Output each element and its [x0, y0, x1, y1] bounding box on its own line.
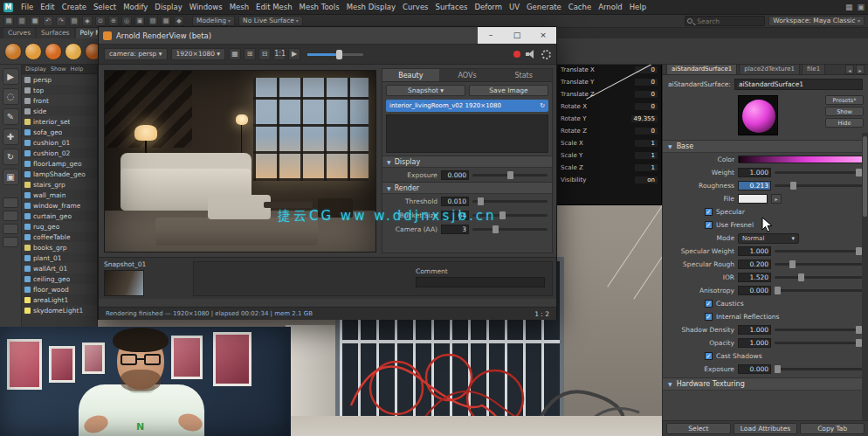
renderview-tab-stats[interactable]: Stats: [495, 69, 552, 81]
menu-item-mesh-display[interactable]: Mesh Display: [343, 3, 399, 11]
menu-item-display[interactable]: Display: [151, 3, 185, 11]
slider-knob[interactable]: [856, 339, 862, 347]
gear-icon[interactable]: [541, 50, 551, 59]
map-button[interactable]: ▸: [771, 194, 782, 204]
setting-value-field[interactable]: 0.010: [441, 197, 469, 206]
move-tool[interactable]: ✚: [3, 128, 19, 145]
channel-value[interactable]: on: [635, 176, 658, 183]
checkbox-specular[interactable]: ✓: [705, 208, 713, 216]
hide-ui-icon[interactable]: ▣: [857, 3, 865, 11]
menu-item-edit[interactable]: Edit: [37, 3, 58, 11]
ae-section-base[interactable]: ▼Base: [663, 140, 868, 153]
menu-item-uv[interactable]: UV: [506, 3, 523, 11]
attr-value-field[interactable]: 1.000: [738, 168, 771, 177]
attr-slider[interactable]: [775, 276, 863, 279]
comment-input[interactable]: [416, 277, 545, 287]
shelf-tab-curves[interactable]: Curves: [3, 28, 35, 38]
menu-item-windows[interactable]: Windows: [186, 3, 226, 11]
outliner-item-sofa-geo[interactable]: sofa_geo: [22, 127, 97, 137]
maximize-button[interactable]: □: [504, 27, 530, 44]
smooth-brush-icon[interactable]: [24, 43, 42, 60]
menu-item-select[interactable]: Select: [90, 3, 120, 11]
outliner-menu-help[interactable]: Help: [71, 65, 84, 73]
outliner-item-wall-main[interactable]: wall_main: [22, 190, 97, 200]
attr-slider[interactable]: [775, 250, 863, 253]
slider-knob[interactable]: [856, 247, 862, 255]
attr-slider[interactable]: [775, 329, 863, 331]
slider-knob[interactable]: [775, 287, 781, 294]
attr-slider[interactable]: [775, 171, 863, 174]
outliner-item-floorlamp-geo[interactable]: floorLamp_geo: [22, 158, 97, 169]
outliner-item-plant-01[interactable]: plant_01: [22, 253, 97, 263]
attr-value-field[interactable]: 0.000: [738, 286, 771, 295]
ae-scrollbar[interactable]: [862, 133, 868, 421]
attr-value-field[interactable]: 0.200: [738, 260, 771, 269]
setting-slider[interactable]: [472, 200, 548, 203]
relax-brush-icon[interactable]: [45, 43, 62, 60]
open-scene-icon[interactable]: ▥: [17, 16, 27, 26]
attr-slider[interactable]: [775, 368, 863, 370]
channel-value[interactable]: 1: [635, 164, 658, 171]
slider-knob[interactable]: [798, 273, 804, 281]
render-history-list[interactable]: [386, 114, 548, 153]
ae-button-hide[interactable]: Hide: [825, 118, 864, 128]
menu-item-help[interactable]: Help: [626, 3, 650, 11]
render-record-icon[interactable]: [513, 51, 520, 58]
section-header-render[interactable]: ▼Render: [382, 182, 552, 194]
zoom-out-icon[interactable]: ⊟: [258, 48, 271, 60]
slider-knob[interactable]: [856, 169, 862, 176]
menu-item-modify[interactable]: Modify: [120, 3, 151, 11]
outliner-item-front[interactable]: front: [22, 95, 97, 106]
texture-swatch[interactable]: [738, 194, 768, 204]
fit-1-1-icon[interactable]: 1:1: [273, 48, 286, 60]
layout-persp-outliner-button[interactable]: [3, 224, 18, 234]
ae-section-hardware-texturing[interactable]: ▼Hardware Texturing: [663, 377, 868, 391]
snap-point-icon[interactable]: ⊙: [95, 16, 106, 26]
outliner-item-stairs-grp[interactable]: stairs_grp: [22, 179, 97, 190]
attr-slider[interactable]: [775, 263, 863, 266]
attr-value-field[interactable]: 1.000: [738, 325, 771, 335]
snap-grid-icon[interactable]: ▧: [69, 16, 79, 26]
speaker-icon[interactable]: [526, 50, 536, 59]
new-scene-icon[interactable]: ▤: [3, 16, 14, 26]
statusline-chip-no-live-surface[interactable]: No Live Surface ▾: [238, 16, 303, 26]
channel-value[interactable]: 49.355: [631, 115, 658, 122]
scale-tool[interactable]: ▣: [3, 169, 19, 185]
attr-slider[interactable]: [775, 289, 863, 292]
color-swatch-bar[interactable]: [738, 156, 863, 163]
menu-item-deform[interactable]: Deform: [471, 3, 506, 11]
search-input[interactable]: [697, 17, 763, 25]
search-box[interactable]: [685, 16, 765, 26]
attr-slider[interactable]: [775, 342, 863, 344]
channel-value[interactable]: 1: [635, 140, 658, 147]
attr-value-field[interactable]: 0.000: [738, 364, 771, 374]
outliner-item-arealight1[interactable]: areaLight1: [22, 294, 97, 305]
window-titlebar[interactable]: Arnold RenderView (beta) –□×: [99, 27, 556, 45]
rotate-tool[interactable]: ↻: [3, 149, 19, 165]
outliner-item-interior-set[interactable]: interior_set: [22, 116, 97, 127]
outliner-item-floor-wood[interactable]: floor_wood: [22, 284, 97, 294]
render-history-item[interactable]: interior_livingRoom_v02 1920×1080 ↻: [386, 100, 548, 112]
outliner-item-wallart-01[interactable]: wallArt_01: [22, 263, 97, 273]
menu-item-mesh-tools[interactable]: Mesh Tools: [296, 3, 343, 11]
slider-knob[interactable]: [478, 197, 484, 205]
save-image-icon[interactable]: ▦: [229, 48, 241, 60]
snap-plane-icon[interactable]: ⊕: [108, 16, 119, 26]
resolution-selector[interactable]: 1920×1080 ▾: [171, 48, 226, 60]
node-name-field[interactable]: aiStandardSurface1: [734, 79, 863, 90]
outliner-item-top[interactable]: top: [22, 85, 97, 95]
outliner-item-ceiling-geo[interactable]: ceiling_geo: [22, 273, 97, 284]
refresh-icon[interactable]: ↻: [540, 102, 545, 109]
attr-value-field[interactable]: 1.520: [738, 273, 771, 282]
outliner-item-skydomelight1[interactable]: skydomeLight1: [22, 305, 97, 315]
checkbox-use-fresnel[interactable]: ✓: [705, 221, 713, 229]
layout-single-button[interactable]: [3, 197, 18, 208]
ipr-render-icon[interactable]: ▩: [161, 16, 171, 26]
render-settings-icon[interactable]: ◆: [174, 16, 184, 26]
outliner-item-rug-geo[interactable]: rug_geo: [22, 221, 97, 232]
menu-item-cache[interactable]: Cache: [565, 3, 595, 11]
attr-value-field[interactable]: 1.000: [738, 246, 771, 256]
layout-four-view-button[interactable]: [3, 211, 18, 221]
renderview-button-save-image[interactable]: Save Image: [469, 85, 548, 96]
checkbox-internal-reflections[interactable]: ✓: [705, 313, 713, 321]
